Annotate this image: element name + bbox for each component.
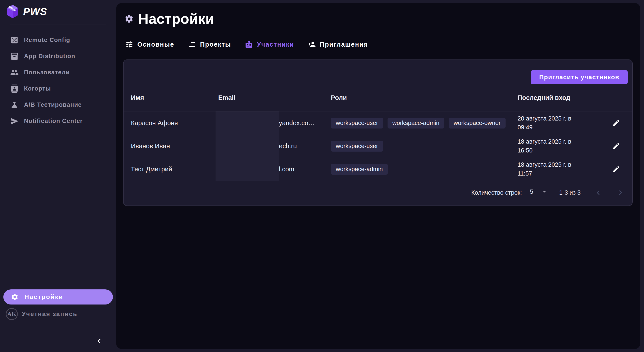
app-distribution-icon <box>10 52 19 61</box>
tune-icon <box>125 40 133 48</box>
member-email: yandex.co… <box>218 111 331 135</box>
notification-center-icon <box>10 117 19 125</box>
sidebar-item-notification-center[interactable]: Notification Center <box>0 113 116 129</box>
member-last-login: 18 августа 2025 г. в 16:50 <box>518 137 596 155</box>
gear-icon <box>11 293 19 301</box>
email-redaction <box>216 111 279 135</box>
table-row: Иванов Иван ech.ru workspace-user 18 авг… <box>124 135 632 158</box>
column-header-email: Email <box>218 94 331 101</box>
badge-icon <box>245 40 253 48</box>
sidebar-bottom: Настройки AK Учетная запись <box>0 289 116 352</box>
members-card: Пригласить участников Имя Email Роли Пос… <box>123 59 633 206</box>
email-redaction <box>216 135 279 158</box>
tab-label: Участники <box>257 41 294 48</box>
tab-label: Приглашения <box>320 41 368 48</box>
cohorts-icon <box>10 85 19 93</box>
sidebar-item-app-distribution[interactable]: App Distribution <box>0 48 116 64</box>
page-title-text: Настройки <box>138 11 214 27</box>
sidebar-item-label: Notification Center <box>24 118 83 125</box>
member-last-login: 18 августа 2025 г. в 11:57 <box>518 160 596 178</box>
sidebar-item-account[interactable]: AK Учетная запись <box>6 308 116 320</box>
member-roles: workspace-admin <box>331 164 518 175</box>
sidebar-item-label: Пользователи <box>24 69 70 76</box>
chevron-left-icon <box>594 188 603 197</box>
next-page-button[interactable] <box>616 188 625 197</box>
rows-per-page-label: Количество строк: <box>471 189 522 196</box>
column-header-last-login: Последний вход <box>518 94 596 101</box>
main-panel: Настройки Основные Проекты Участники <box>116 3 640 349</box>
sidebar: PWS Remote Config App Distribution Поль <box>0 0 116 352</box>
members-toolbar: Пригласить участников <box>124 60 632 84</box>
folder-icon <box>188 40 196 48</box>
sidebar-item-ab-testing[interactable]: A/B Тестирование <box>0 97 116 113</box>
settings-tabs: Основные Проекты Участники Приглашения <box>123 40 640 48</box>
table-row: Тест Дмитрий l.com workspace-admin 18 ав… <box>124 158 632 181</box>
tab-invitations[interactable]: Приглашения <box>308 40 368 48</box>
sidebar-divider <box>10 24 106 24</box>
email-redaction <box>216 158 279 181</box>
users-icon <box>10 68 19 77</box>
sidebar-item-cohorts[interactable]: Когорты <box>0 81 116 97</box>
ab-testing-icon <box>10 101 19 109</box>
role-chip: workspace-owner <box>449 118 506 129</box>
pagination-range: 1-3 из 3 <box>559 189 581 196</box>
member-email: l.com <box>218 158 331 181</box>
edit-member-button[interactable] <box>610 163 622 175</box>
person-add-icon <box>308 40 316 48</box>
table-header: Имя Email Роли Последний вход <box>124 84 632 111</box>
role-chip: workspace-admin <box>388 118 444 129</box>
member-name: Иванов Иван <box>131 143 218 150</box>
tab-general[interactable]: Основные <box>125 40 174 48</box>
table-pagination: Количество строк: 5 1-3 из 3 <box>124 181 632 205</box>
role-chip: workspace-user <box>331 118 383 129</box>
tab-members[interactable]: Участники <box>245 40 294 48</box>
tab-projects[interactable]: Проекты <box>188 40 231 48</box>
gear-icon <box>124 14 134 23</box>
sidebar-item-label: Настройки <box>24 293 63 301</box>
remote-config-icon <box>10 36 19 44</box>
app-logo[interactable]: PWS <box>0 0 116 19</box>
rows-per-page-value: 5 <box>530 188 533 195</box>
pencil-icon <box>612 165 620 173</box>
sidebar-item-label: Когорты <box>24 85 51 92</box>
sidebar-item-users[interactable]: Пользователи <box>0 64 116 81</box>
rows-per-page-select[interactable]: 5 <box>530 188 548 197</box>
arrow-drop-down-icon <box>541 189 548 195</box>
role-chip: workspace-admin <box>331 164 388 175</box>
column-header-roles: Роли <box>331 94 518 101</box>
sidebar-item-label: A/B Тестирование <box>24 101 82 108</box>
avatar: AK <box>6 308 18 320</box>
member-last-login: 20 августа 2025 г. в 09:49 <box>518 114 596 132</box>
sidebar-nav: Remote Config App Distribution Пользоват… <box>0 32 116 129</box>
edit-member-button[interactable] <box>610 117 622 129</box>
role-chip: workspace-user <box>331 141 383 152</box>
invite-members-button[interactable]: Пригласить участников <box>531 70 628 84</box>
tab-label: Основные <box>137 41 174 48</box>
table-row: Карлсон Афоня yandex.co… workspace-user … <box>124 111 632 135</box>
pencil-icon <box>612 119 620 127</box>
previous-page-button[interactable] <box>594 188 603 197</box>
tab-label: Проекты <box>200 41 231 48</box>
sidebar-collapse-button[interactable] <box>94 337 104 346</box>
member-name: Карлсон Афоня <box>131 119 218 127</box>
chevron-left-icon <box>94 337 104 346</box>
member-name: Тест Дмитрий <box>131 166 218 173</box>
member-roles: workspace-user <box>331 141 518 152</box>
pencil-icon <box>612 142 620 150</box>
app-name: PWS <box>23 5 47 17</box>
edit-member-button[interactable] <box>610 140 622 152</box>
sidebar-item-label: Remote Config <box>24 37 70 43</box>
sidebar-item-remote-config[interactable]: Remote Config <box>0 32 116 48</box>
sidebar-item-label: Учетная запись <box>22 311 77 318</box>
pws-cube-icon <box>6 4 19 19</box>
page-title: Настройки <box>123 11 640 27</box>
member-roles: workspace-user workspace-admin workspace… <box>331 118 518 129</box>
sidebar-item-settings-active[interactable]: Настройки <box>3 289 113 305</box>
column-header-name: Имя <box>131 94 218 101</box>
sidebar-item-label: App Distribution <box>24 53 75 60</box>
member-email: ech.ru <box>218 135 331 158</box>
chevron-right-icon <box>616 188 625 197</box>
